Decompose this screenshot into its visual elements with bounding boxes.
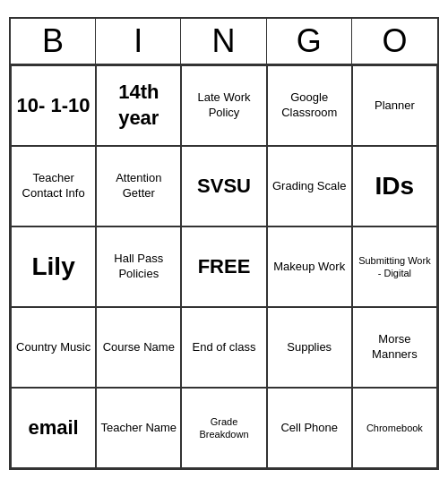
bingo-cell-16: Course Name: [96, 307, 181, 388]
bingo-cell-13: Makeup Work: [267, 226, 352, 307]
bingo-cell-21: Teacher Name: [96, 388, 181, 468]
letter-o: O: [352, 19, 437, 64]
bingo-cell-18: Supplies: [267, 307, 352, 388]
bingo-cell-6: Attention Getter: [96, 146, 181, 226]
bingo-header: B I N G O: [11, 19, 437, 65]
bingo-cell-7: SVSU: [181, 146, 266, 226]
bingo-cell-5: Teacher Contact Info: [11, 146, 96, 226]
bingo-cell-19: Morse Manners: [352, 307, 437, 388]
bingo-cell-9: IDs: [352, 146, 437, 226]
bingo-cell-20: email: [11, 388, 96, 468]
bingo-cell-23: Cell Phone: [267, 388, 352, 468]
bingo-cell-15: Country Music: [11, 307, 96, 388]
bingo-cell-17: End of class: [181, 307, 266, 388]
bingo-card: B I N G O 10- 1-1014th yearLate Work Pol…: [9, 17, 439, 470]
bingo-cell-22: Grade Breakdown: [181, 388, 266, 468]
bingo-cell-14: Submitting Work - Digital: [352, 226, 437, 307]
bingo-cell-4: Planner: [352, 65, 437, 146]
bingo-cell-0: 10- 1-10: [11, 65, 96, 146]
bingo-cell-8: Grading Scale: [267, 146, 352, 226]
bingo-cell-3: Google Classroom: [267, 65, 352, 146]
bingo-cell-10: Lily: [11, 226, 96, 307]
bingo-grid: 10- 1-1014th yearLate Work PolicyGoogle …: [11, 65, 437, 468]
bingo-cell-24: Chromebook: [352, 388, 437, 468]
letter-i: I: [96, 19, 181, 64]
bingo-cell-2: Late Work Policy: [181, 65, 266, 146]
bingo-cell-11: Hall Pass Policies: [96, 226, 181, 307]
bingo-cell-12: FREE: [181, 226, 266, 307]
bingo-cell-1: 14th year: [96, 65, 181, 146]
letter-b: B: [11, 19, 96, 64]
letter-n: N: [181, 19, 266, 64]
letter-g: G: [267, 19, 352, 64]
